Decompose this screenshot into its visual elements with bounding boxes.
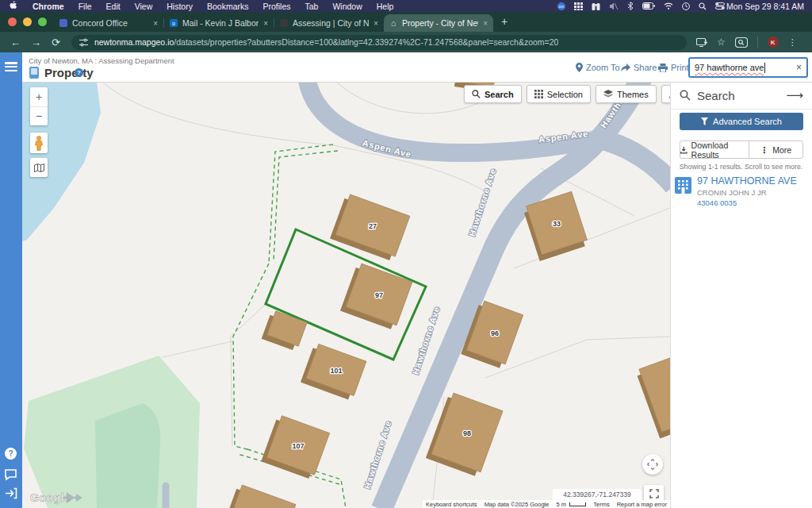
- property-app-icon: [29, 67, 39, 79]
- tab-title: Assessing | City of Newton, M: [293, 18, 369, 28]
- share-icon: [621, 64, 630, 72]
- menu-file[interactable]: File: [71, 2, 99, 11]
- pin-icon: [576, 63, 583, 72]
- tab-close-icon[interactable]: ×: [483, 19, 488, 28]
- map-tool-label: Search: [485, 90, 514, 99]
- clear-search-icon[interactable]: ×: [796, 62, 802, 73]
- site-settings-icon[interactable]: [79, 38, 88, 47]
- menu-bookmarks[interactable]: Bookmarks: [200, 2, 256, 11]
- scale-label: 5 m: [556, 501, 566, 508]
- layers-icon: [603, 90, 613, 98]
- bluetooth-icon[interactable]: [627, 2, 634, 10]
- menu-chrome[interactable]: Chrome: [25, 2, 71, 11]
- menu-hamburger-button[interactable]: [5, 62, 17, 71]
- forward-button[interactable]: →: [31, 37, 41, 48]
- browser-tab-2[interactable]: oMail - Kevin J Balboni - Outlo×: [164, 14, 274, 32]
- traffic-light-minimize[interactable]: [23, 17, 32, 26]
- traffic-light-zoom[interactable]: [38, 17, 47, 26]
- menu-profiles[interactable]: Profiles: [255, 2, 297, 11]
- building-icon: [675, 177, 691, 194]
- fullscreen-button[interactable]: [644, 485, 664, 502]
- battery-icon[interactable]: [642, 2, 655, 10]
- binoculars-icon[interactable]: [592, 2, 600, 10]
- zoom-out-button[interactable]: −: [30, 107, 48, 126]
- collapse-panel-arrow[interactable]: ⟶: [786, 88, 803, 102]
- tab-favicon: [59, 19, 67, 27]
- map-tool-search[interactable]: Search: [464, 85, 522, 103]
- panel-divider: [670, 109, 812, 110]
- menu-edit[interactable]: Edit: [99, 2, 128, 11]
- menu-history[interactable]: History: [159, 2, 200, 11]
- map-canvas[interactable]: 2733971019698107Aspen AveAspen AveHawtho…: [22, 83, 670, 508]
- search-input-value: 97 hawthorne ave: [695, 63, 764, 72]
- control-center-icon[interactable]: [715, 2, 725, 10]
- download-results-label: Download Results: [691, 140, 749, 160]
- tab-favicon: [280, 19, 288, 27]
- report-error-link[interactable]: Report a map error: [617, 501, 667, 508]
- rail-signin-icon[interactable]: [4, 487, 17, 500]
- pegman-button[interactable]: [30, 133, 48, 153]
- print-icon: [658, 64, 668, 72]
- result-address[interactable]: 97 HAWTHORNE AVE: [697, 175, 797, 187]
- map-tool-themes[interactable]: Themes: [596, 85, 657, 103]
- tab-close-icon[interactable]: ×: [373, 19, 378, 28]
- more-button[interactable]: ⋮ More: [749, 140, 803, 159]
- basemap-button[interactable]: [30, 158, 48, 177]
- profile-avatar[interactable]: K: [768, 37, 779, 48]
- property-search-input[interactable]: 97 hawthorne ave ×: [688, 57, 808, 78]
- terms-link[interactable]: Terms: [593, 501, 609, 508]
- traffic-light-close[interactable]: [8, 17, 17, 26]
- new-tab-button[interactable]: +: [501, 15, 508, 28]
- bookmark-star-icon[interactable]: ☆: [717, 37, 726, 48]
- grid-icon: [534, 90, 543, 98]
- zoom-in-button[interactable]: +: [30, 87, 48, 107]
- apple-logo-icon[interactable]: [10, 1, 17, 12]
- keyboard-shortcuts-link[interactable]: Keyboard shortcuts: [426, 501, 477, 508]
- browser-tab-3[interactable]: Assessing | City of Newton, M×: [274, 14, 384, 32]
- tab-close-icon[interactable]: ×: [263, 19, 268, 28]
- browser-tab-4[interactable]: ⌂Property - City of Newton, M×: [384, 14, 493, 32]
- search-icon: [680, 90, 691, 101]
- text-caret: [764, 63, 765, 73]
- menu-tab[interactable]: Tab: [297, 2, 325, 11]
- back-button[interactable]: ←: [10, 37, 21, 48]
- browser-tab-1[interactable]: Concord Office×: [54, 14, 163, 32]
- tab-favicon: ⌂: [389, 19, 397, 27]
- tab-title: Mail - Kevin J Balboni - Outlo: [182, 18, 259, 28]
- result-item[interactable]: 97 HAWTHORNE AVE CRONIN JOHN J JR 43046 …: [675, 175, 808, 207]
- chrome-menu-icon[interactable]: ⋮: [788, 37, 797, 48]
- building-label-98: 98: [463, 429, 471, 437]
- advanced-search-button[interactable]: Advanced Search: [680, 113, 803, 130]
- menu-help[interactable]: Help: [370, 2, 401, 11]
- download-results-button[interactable]: Download Results: [680, 140, 749, 159]
- recenter-button[interactable]: [642, 454, 663, 475]
- send-to-device-icon[interactable]: [696, 37, 707, 47]
- address-bar[interactable]: newtonma.mapgeo.io/datasets/properties?a…: [71, 35, 687, 50]
- macos-menu-bar: ChromeFileEditViewHistoryBookmarksProfil…: [0, 0, 812, 12]
- building-label-27: 27: [369, 222, 377, 230]
- share-button[interactable]: Share: [621, 63, 657, 72]
- wifi-icon[interactable]: [664, 2, 673, 10]
- spotlight-icon[interactable]: [699, 2, 707, 10]
- url-text: newtonma.mapgeo.io/datasets/properties?a…: [94, 37, 559, 47]
- download-icon: [680, 146, 688, 154]
- rail-help-icon[interactable]: ?: [4, 447, 17, 460]
- tab-search-icon[interactable]: [735, 37, 748, 48]
- menu-window[interactable]: Window: [325, 2, 369, 11]
- reload-button[interactable]: ⟳: [52, 37, 60, 48]
- tab-close-icon[interactable]: ×: [153, 19, 158, 28]
- building-label-97: 97: [375, 291, 383, 299]
- sound-muted-icon[interactable]: [609, 2, 619, 10]
- rail-feedback-icon[interactable]: [4, 468, 17, 482]
- app-badge-icon[interactable]: cm: [557, 2, 565, 10]
- help-icon[interactable]: ?: [75, 68, 83, 77]
- zoom-to-button[interactable]: Zoom To: [576, 63, 620, 72]
- menu-view[interactable]: View: [128, 2, 160, 11]
- cursor-coordinates: 42.339267,-71.247339: [553, 489, 642, 500]
- clock-icon[interactable]: [682, 2, 690, 10]
- map-tool-selection[interactable]: Selection: [527, 85, 591, 103]
- page-title: Property: [44, 66, 94, 79]
- print-button[interactable]: Print: [658, 63, 689, 72]
- grid-icon[interactable]: [574, 2, 583, 10]
- share-label: Share: [634, 63, 657, 72]
